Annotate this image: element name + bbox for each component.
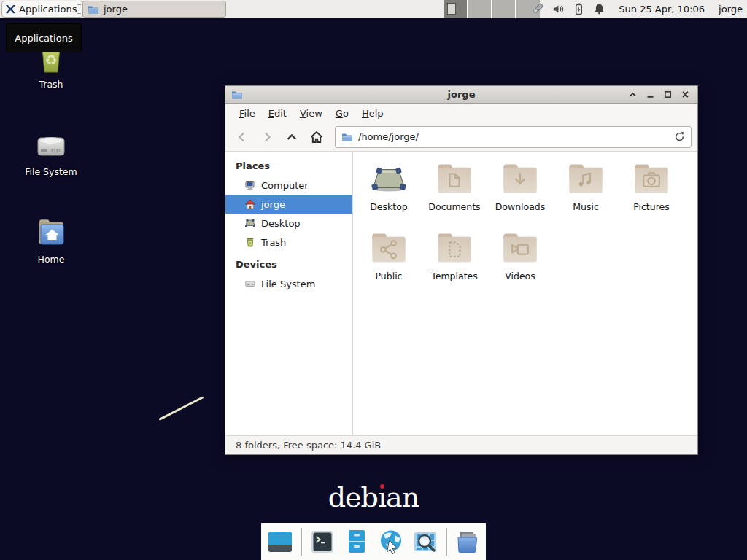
menu-go[interactable]: Go [329, 108, 355, 119]
folder-videos-icon [501, 227, 539, 269]
terminal-icon [309, 528, 336, 556]
wallpaper-streak [158, 396, 204, 420]
back-button[interactable] [231, 127, 253, 147]
dock-terminal-button[interactable] [309, 528, 336, 556]
window-titlebar[interactable]: jorge [225, 86, 697, 104]
sidebar-item-computer[interactable]: Computer [225, 176, 352, 195]
menu-edit[interactable]: Edit [262, 108, 293, 119]
battery-icon[interactable] [572, 2, 586, 16]
sidebar-item-jorge[interactable]: jorge [225, 195, 352, 214]
sidebar-header-places: Places [225, 158, 352, 176]
file-label: Documents [428, 201, 480, 212]
desktop-icon-home[interactable]: Home [7, 215, 95, 265]
home-folder-icon [7, 215, 95, 250]
folder-pictures-icon [632, 158, 670, 200]
folder-icon [88, 4, 99, 15]
file-label: Videos [505, 271, 535, 281]
file-item-public[interactable]: Public [356, 227, 422, 296]
workspace-switcher [444, 0, 540, 18]
file-label: Pictures [633, 201, 670, 212]
dock-file-cabinet-button[interactable] [343, 528, 371, 556]
sidebar-item-trash[interactable]: Trash [225, 233, 352, 252]
sidebar-item-label: Trash [261, 237, 286, 248]
workspace-window-thumb [447, 3, 456, 15]
workspace-2[interactable] [468, 0, 492, 18]
reload-button[interactable] [674, 131, 685, 142]
sidebar-item-label: File System [261, 279, 315, 289]
workspace-3[interactable] [492, 0, 516, 18]
file-item-documents[interactable]: Documents [422, 158, 487, 227]
file-item-templates[interactable]: Templates [422, 227, 487, 296]
location-path[interactable]: /home/jorge/ [358, 131, 669, 142]
workspace-1[interactable] [444, 0, 468, 18]
sidebar-header-devices: Devices [225, 256, 352, 274]
file-item-videos[interactable]: Videos [487, 227, 553, 296]
folder-templates-icon [436, 227, 473, 269]
menu-view[interactable]: View [293, 108, 329, 119]
toolbar: /home/jorge/ [225, 122, 697, 152]
sidebar-item-label: Desktop [261, 218, 301, 229]
dock-app-finder-button[interactable] [411, 528, 439, 556]
forward-button[interactable] [256, 127, 278, 147]
drive-icon [244, 278, 256, 289]
top-panel: Applications jorge [0, 0, 747, 18]
file-manager-window: jorge File Edit View Go Help [225, 85, 698, 455]
desktop-icon-label: File System [7, 166, 95, 177]
panel-clock[interactable]: Sun 25 Apr, 10:06 [619, 4, 705, 15]
drive-icon [7, 128, 95, 163]
dock-separator [446, 528, 447, 556]
trash-icon [244, 236, 256, 248]
panel-handle[interactable] [77, 4, 81, 14]
tooltip-text: Applications [15, 33, 72, 44]
menubar: File Edit View Go Help [225, 104, 697, 122]
app-finder-icon [411, 528, 439, 556]
file-item-pictures[interactable]: Pictures [619, 158, 684, 227]
sidebar-item-label: jorge [261, 199, 285, 210]
dock-web-browser-button[interactable] [377, 528, 405, 556]
tablet-tool-icon[interactable] [531, 2, 545, 16]
computer-icon [244, 179, 256, 191]
notifications-icon[interactable] [592, 2, 606, 16]
desktop-icon-label: Home [7, 254, 95, 265]
show-desktop-icon [266, 528, 294, 556]
file-manager-icon [454, 528, 481, 556]
up-button[interactable] [281, 127, 303, 147]
applications-menu-label: Applications [19, 4, 77, 15]
applications-menu-button[interactable]: Applications [1, 1, 83, 18]
desktop-icon-file-system[interactable]: File System [7, 128, 95, 177]
sidebar-item-file-system[interactable]: File System [225, 274, 352, 293]
applications-tooltip: Applications [6, 23, 82, 52]
dock-separator [301, 528, 302, 556]
file-view[interactable]: Desktop Documents [353, 152, 697, 435]
svg-text:♻: ♻ [44, 52, 57, 68]
close-button[interactable] [679, 88, 692, 101]
taskbar-window-button[interactable]: jorge [82, 1, 226, 18]
folder-public-icon [370, 227, 408, 269]
location-bar[interactable]: /home/jorge/ [335, 126, 692, 148]
shade-button[interactable] [627, 88, 639, 101]
file-label: Downloads [495, 201, 546, 212]
home-button[interactable] [306, 127, 328, 147]
desktop-pad-icon [369, 158, 409, 200]
statusbar-text: 8 folders, Free space: 14.4 GiB [236, 440, 381, 451]
folder-music-icon [567, 158, 605, 200]
debian-wordmark: debıan [0, 481, 747, 513]
menu-help[interactable]: Help [355, 108, 390, 119]
file-item-desktop[interactable]: Desktop [356, 158, 422, 227]
dock-file-manager-button[interactable] [454, 528, 481, 556]
minimize-button[interactable] [644, 88, 657, 101]
panel-username: jorge [719, 4, 743, 15]
desktop-icon-label: Trash [7, 79, 95, 90]
maximize-button[interactable] [662, 88, 674, 101]
file-item-downloads[interactable]: Downloads [487, 158, 553, 227]
file-label: Desktop [370, 201, 408, 212]
file-cabinet-icon [343, 528, 371, 556]
folder-downloads-icon [501, 158, 539, 200]
dock-show-desktop-button[interactable] [266, 528, 294, 556]
menu-file[interactable]: File [233, 108, 262, 119]
sidebar-item-desktop[interactable]: Desktop [225, 214, 352, 233]
system-tray: Sun 25 Apr, 10:06 jorge [531, 0, 747, 18]
volume-icon[interactable] [551, 2, 565, 16]
file-item-music[interactable]: Music [553, 158, 619, 227]
sidebar: Places Computer jorge [225, 152, 353, 435]
